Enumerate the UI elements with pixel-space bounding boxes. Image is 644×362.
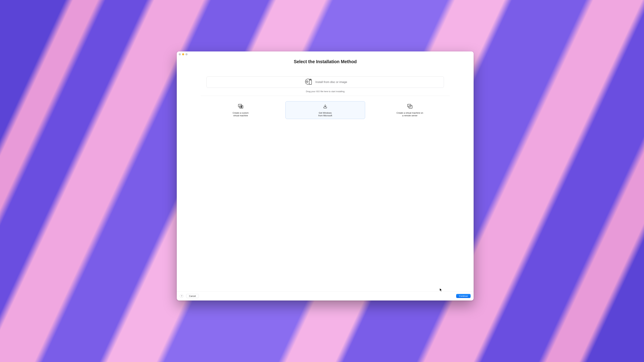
option-label: Create a custom virtual machine: [232, 112, 248, 117]
download-icon: [323, 104, 328, 110]
svg-point-1: [307, 81, 307, 82]
custom-vm-icon: [238, 104, 244, 110]
dialog-title: Select the Installation Method: [177, 59, 474, 64]
cancel-button[interactable]: Cancel: [186, 294, 198, 298]
option-label: Get Windows from Microsoft: [318, 112, 332, 117]
dropzone-label: Install from disc or image: [316, 80, 347, 84]
installation-options: Create a custom virtual machine Get Wind…: [201, 101, 450, 119]
svg-rect-3: [309, 80, 312, 84]
installation-method-dialog: Select the Installation Method Install f…: [177, 51, 474, 301]
remote-server-icon: [407, 104, 413, 110]
option-remote-server-vm[interactable]: Create a virtual machine on a remote ser…: [370, 101, 450, 119]
help-button[interactable]: ?: [180, 294, 184, 298]
disc-usb-icon: [304, 78, 313, 86]
window-traffic-lights: [179, 53, 188, 55]
dropzone-hint: Drag your ISO file here to start install…: [306, 90, 345, 93]
minimize-window-button[interactable]: [182, 53, 184, 55]
install-from-disc-dropzone[interactable]: Install from disc or image: [206, 76, 444, 88]
option-create-custom-vm[interactable]: Create a custom virtual machine: [201, 101, 280, 119]
option-label: Create a virtual machine on a remote ser…: [396, 112, 423, 117]
zoom-window-button[interactable]: [186, 53, 188, 55]
dialog-footer: ? Cancel Continue: [177, 292, 474, 301]
close-window-button[interactable]: [179, 53, 181, 55]
section-divider: [201, 96, 450, 96]
dialog-content: Install from disc or image Drag your ISO…: [177, 64, 474, 292]
continue-button[interactable]: Continue: [456, 294, 470, 298]
option-get-windows[interactable]: Get Windows from Microsoft: [286, 101, 365, 119]
